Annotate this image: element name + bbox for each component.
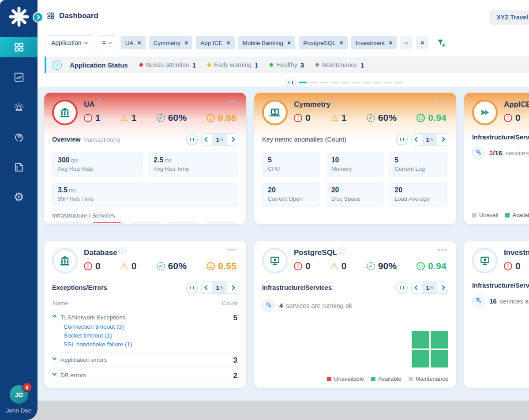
chevron-right-icon: [440, 137, 445, 142]
filter-more-dropdown[interactable]: [400, 36, 413, 49]
chevron-down-icon[interactable]: [53, 356, 57, 360]
close-icon[interactable]: ×: [227, 40, 230, 46]
metric-load-average[interactable]: 20Load Average: [389, 182, 447, 206]
metric-current-open[interactable]: 20Current Open: [262, 182, 320, 206]
exception-link[interactable]: SSL handshake failure (1): [64, 341, 237, 348]
service-db[interactable]: 1DB: [128, 222, 162, 224]
info-icon[interactable]: i: [332, 99, 339, 106]
user-block[interactable]: JD 8 John Doe: [0, 378, 38, 420]
filter-chip-postgresql[interactable]: PostgreSQL×: [299, 36, 348, 49]
sidebar-collapse-button[interactable]: [33, 12, 43, 22]
clear-filters-button[interactable]: ×: [416, 36, 428, 49]
carousel-dash[interactable]: [373, 82, 381, 83]
pager-next-button[interactable]: [437, 134, 448, 145]
card-cymmetry[interactable]: ••• $ Cymmetryi !0 ⚠1 ✓60% 0.94: [254, 93, 456, 224]
available-cell[interactable]: [412, 350, 429, 368]
card-pause-button[interactable]: [186, 282, 198, 293]
filter-chip-ua[interactable]: UA×: [121, 36, 146, 49]
table-row[interactable]: TLS/Network Exceptions5 Connection timeo…: [52, 310, 238, 352]
filter-chip-cymmetry[interactable]: Cymmetry×: [149, 36, 193, 49]
filter-chip-app-ice[interactable]: App ICE×: [196, 36, 234, 49]
sidebar-item-reports[interactable]: [0, 157, 38, 177]
card-ua[interactable]: ••• UAi !1 ⚠1 ✓60% 0.55: [44, 93, 246, 224]
table-row[interactable]: DB errors2: [52, 368, 238, 383]
filter-operator-select[interactable]: =: [97, 35, 117, 50]
sidebar-item-alerts[interactable]: [0, 97, 38, 117]
pager-next-button[interactable]: [227, 282, 238, 293]
section-title: Key metric anomalies (Count): [262, 136, 346, 143]
org-switcher-button[interactable]: XYZ Travel: [489, 10, 529, 25]
carousel-dash[interactable]: [341, 82, 349, 83]
metric-99p-res-time[interactable]: 3.5ms99P Res Time: [52, 182, 238, 206]
available-cell[interactable]: [412, 331, 429, 349]
close-icon[interactable]: ×: [389, 40, 392, 46]
carousel-dash[interactable]: [363, 82, 371, 83]
exception-link[interactable]: Socket timeout (1): [64, 332, 237, 339]
card-menu-button[interactable]: •••: [435, 97, 450, 105]
card-pause-button[interactable]: [396, 134, 408, 145]
close-icon[interactable]: ×: [184, 40, 188, 46]
table-row[interactable]: Application errors3: [52, 352, 238, 368]
metric-avg-req-rate[interactable]: 300rpsAvg Req Rate: [52, 152, 143, 176]
card-menu-button[interactable]: •••: [225, 245, 240, 254]
add-filter-funnel-icon[interactable]: [436, 38, 446, 48]
metric-memory[interactable]: 10Memory: [326, 152, 384, 176]
card-investment[interactable]: Investmenti !0 Infrastructure/Services ⚙…: [464, 241, 529, 388]
pager-next-button[interactable]: [437, 282, 448, 293]
check-circle-icon: ✓: [367, 262, 375, 270]
card-database[interactable]: ••• Databasei !0 ⚠0 ✓60% 0.55: [44, 241, 246, 388]
chevron-up-icon[interactable]: [53, 315, 57, 319]
info-icon[interactable]: i: [97, 99, 103, 106]
card-appice[interactable]: AppICEi !0 Infrastructure/Services ⚙⚙ 2/…: [464, 93, 529, 224]
card-pause-button[interactable]: [186, 134, 198, 145]
filter-chip-mobile-banking[interactable]: Mobile Banking×: [238, 36, 296, 49]
pager-prev-button[interactable]: [202, 282, 212, 293]
application-status-bar: i Application Status Needs attention1 Ea…: [45, 56, 529, 73]
chevron-down-icon[interactable]: [53, 371, 57, 376]
metric-current-log[interactable]: 5Current Log: [389, 152, 447, 176]
sidebar-item-analytics[interactable]: [0, 67, 38, 87]
carousel-dash[interactable]: [299, 82, 307, 83]
card-menu-button[interactable]: •••: [435, 245, 450, 254]
card-pause-button[interactable]: [396, 282, 408, 293]
filter-chip-investment[interactable]: Investment×: [351, 36, 397, 49]
pager-prev-button[interactable]: [202, 134, 212, 145]
pager-prev-button[interactable]: [412, 282, 422, 293]
service-host[interactable]: 1Host: [167, 222, 200, 224]
carousel-dash[interactable]: [384, 82, 392, 83]
critical-icon: !: [84, 262, 92, 270]
close-icon[interactable]: ×: [287, 40, 291, 46]
card-postgresql[interactable]: ••• PostgreSQLi !0 ⚠0 ✓90% 0.94: [254, 241, 456, 388]
info-icon[interactable]: i: [119, 248, 126, 254]
service-web[interactable]: 1Web: [52, 222, 86, 224]
exception-link[interactable]: Connection timeout (3): [64, 323, 237, 330]
filter-field-select[interactable]: Application: [45, 35, 93, 50]
pager-prev-button[interactable]: [412, 134, 422, 145]
service-app[interactable]: !2App: [90, 222, 124, 224]
available-cell[interactable]: [431, 350, 448, 368]
critical-stat: !0: [84, 261, 101, 271]
bank-icon: [59, 255, 71, 267]
info-icon[interactable]: i: [339, 248, 345, 254]
metric-cpu[interactable]: 5CPU: [262, 152, 320, 176]
critical-stat: !1: [84, 112, 101, 123]
sidebar-item-settings[interactable]: ⚙: [0, 187, 38, 207]
warning-stat: ⚠0: [120, 261, 137, 271]
close-icon[interactable]: ×: [137, 40, 141, 46]
sidebar-item-ai-insights[interactable]: [0, 127, 38, 147]
carousel-pause-button[interactable]: [286, 78, 296, 87]
card-menu-button[interactable]: •••: [225, 97, 240, 105]
carousel-dash[interactable]: [394, 82, 402, 83]
metric-disc-space[interactable]: 20Disc Space: [326, 182, 384, 206]
carousel-dash[interactable]: [352, 82, 360, 83]
carousel-dash[interactable]: [320, 82, 328, 83]
carousel-dash[interactable]: [310, 82, 318, 83]
close-icon[interactable]: ×: [340, 40, 343, 46]
carousel-dash[interactable]: [331, 82, 339, 83]
sidebar-item-dashboard[interactable]: [0, 37, 38, 57]
service-microservice[interactable]: 1Micro s..: [205, 222, 238, 224]
available-cell[interactable]: [431, 331, 448, 349]
metric-avg-res-time[interactable]: 2.5msAvg Res Time: [148, 152, 238, 176]
pager-next-button[interactable]: [227, 134, 238, 145]
neutral-face-icon: [206, 114, 215, 122]
